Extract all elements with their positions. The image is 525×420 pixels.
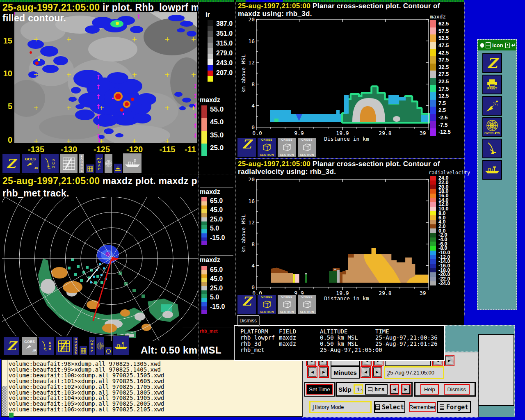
zebra-menu-button[interactable]: Z [3,336,20,356]
minutes-forward-button[interactable]: ▶ [372,366,382,378]
ir-plot-window: 25-aug-1997,21:05:00 ir plot. Rhb_lowprf… [0,2,234,174]
set-time-box: Set Time [304,382,335,397]
ship-button[interactable] [113,336,129,356]
radialvelocity-colorbar: 24.022.020.018.016.014.012.010.08.06.04.… [430,176,450,285]
palette-overlays-button[interactable]: OVERLAYS [482,117,502,137]
skip-back-button[interactable]: ◀ [390,384,399,395]
small-grid-button[interactable] [79,346,87,356]
palette-ship-button[interactable] [482,160,502,180]
overlays-label: OVERLAYS [484,132,500,135]
colorbar-entry: 17.5 [430,85,451,92]
map-button[interactable]: MAP [89,336,95,356]
cross-section-button-active[interactable]: CROSS SECTION [257,137,276,157]
dismiss-button[interactable]: Dismiss [444,384,470,395]
y-tick-label: 0 [243,124,255,130]
time-input-field[interactable]: 25-Aug-97,21:05:00^ [384,366,444,379]
palette-print-button[interactable]: PRINT [482,75,502,94]
minutes-forward-button[interactable]: ▶ [319,366,329,378]
minutes-back-button[interactable]: ◀ [307,366,317,378]
overlay-rings-button[interactable] [96,336,104,356]
ir-image-plot-area[interactable] [14,12,197,143]
select-menu-button[interactable]: Select [374,401,405,413]
goes-ir-button[interactable]: GOES .IR [21,336,38,356]
overlay-rings-button[interactable] [104,154,113,173]
cross-section-button[interactable]: CROSS SECTION [277,294,297,314]
cross-section-button-active[interactable]: CROSS SECTION [257,294,276,314]
window-strip [236,316,464,325]
platform-data-table: PLATFORM FIELD ALTITUDE TIME rhb_lowprfm… [234,325,445,361]
cross-section-plot-area[interactable] [256,19,429,127]
x-tick-label: 29.8 [376,290,394,296]
radar-antenna-icon [42,340,48,353]
skip-input-field[interactable]: 1^ [354,384,363,394]
colorbar-title: maxdz [200,256,220,264]
help-button[interactable]: Help [420,384,439,395]
minutes-back-button[interactable]: ◀ [361,366,371,378]
map-label: MAP [98,161,101,171]
buoy-button[interactable] [114,163,122,173]
icon-window-titlebar[interactable]: icon ↵ [478,40,516,50]
goes-ir-button[interactable]: GOES .IR [21,154,39,173]
ppi-plot-area[interactable] [2,197,198,341]
cross-section-button[interactable]: CROSS SECTION [297,294,317,314]
rings-icon [97,342,104,349]
small-grid-button[interactable] [86,164,95,173]
step-forward-button[interactable]: ▶ [444,355,454,366]
x-tick-label: -130 [57,145,81,154]
colorbar-gradient [201,105,207,156]
palette-satellite-button[interactable] [482,96,502,116]
radar-grid-button[interactable] [60,154,78,173]
bounds-label: BOUNDS [74,338,78,355]
x-tick-label: 0.0 [248,130,266,136]
skip-forward-button[interactable]: ▶ [401,384,411,395]
cross-section-button[interactable]: CROSS SECTION [277,137,297,157]
palette-radar-button[interactable] [482,139,502,158]
cross-section-plot-area[interactable] [256,179,429,287]
window-menu-circle-icon[interactable] [480,43,484,48]
track-legend-label: rhb_met [200,329,217,333]
dismiss-button[interactable]: Dismiss [237,315,259,326]
zebra-menu-button[interactable]: Z [237,137,256,157]
history-mode-value: History Mode [313,404,344,410]
cross-section-radialvelocity-window: 25-aug-1997,21:05:00 Planar cross-sectio… [236,159,464,316]
terminal-window[interactable]: volume:beaufait:98>xdump.all 970825.1305… [1,359,304,417]
forget-menu-button[interactable]: Forget [437,401,471,413]
zebra-menu-button[interactable]: Z [2,154,20,173]
cube-icon [282,143,292,152]
y-tick-label: 20 [243,176,255,183]
maximize-button[interactable]: ↵ [511,42,516,48]
sur-label: SUR [48,341,52,351]
circle-overlay-button[interactable] [105,347,112,356]
cross-label: CROSS [261,138,272,141]
ir-colorbar-margin: ir 387.0351.0315.0279.0243.0207.0 maxdz … [198,2,234,174]
sur-radar-button[interactable]: SUR [39,336,55,356]
z-logo-icon: Z [242,138,251,151]
terminal-scrollbar[interactable] [2,360,7,416]
zebra-menu-button[interactable]: Z [237,294,256,314]
history-mode-field[interactable]: History Mode^ [309,401,372,413]
map-button[interactable]: MAP [95,154,103,173]
sur-radar-button[interactable]: SUR [41,154,59,173]
help-dismiss-group: Help Dismiss [414,382,476,397]
table-cell: rhb_3d [240,341,279,347]
ship-button[interactable] [123,153,142,173]
set-time-button[interactable]: Set Time [306,384,332,395]
colorbar-gradient [201,266,207,314]
palette-zebra-button[interactable]: Z [482,53,502,73]
x-tick-label: -135 [24,145,48,154]
cross-section-maxdz-window: 25-aug-1997,21:05:00 Planar cross-sectio… [236,2,464,158]
terminal-line: volume:beaufait:106>xdump.all 970825.210… [9,407,164,413]
radar-grid-button[interactable] [56,336,72,356]
cross-label: CROSS [261,295,272,298]
iconify-button[interactable] [505,43,510,48]
remember-button[interactable]: Remember [409,402,436,412]
table-cell: rhb_met [240,347,279,353]
cross-section-button[interactable]: CROSS SECTION [297,137,317,157]
scrollbar-thumb[interactable] [2,386,7,416]
bounds-button[interactable]: BOUNDS [73,336,78,356]
grid-radar-icon [62,156,76,171]
hrs-menu-button[interactable]: hrs [365,384,388,395]
table-cell: 25-Aug-97,21:00:36 [375,335,444,341]
y-tick-label: 16 [243,38,255,44]
bounds-button[interactable]: BOUNDS [79,154,84,173]
